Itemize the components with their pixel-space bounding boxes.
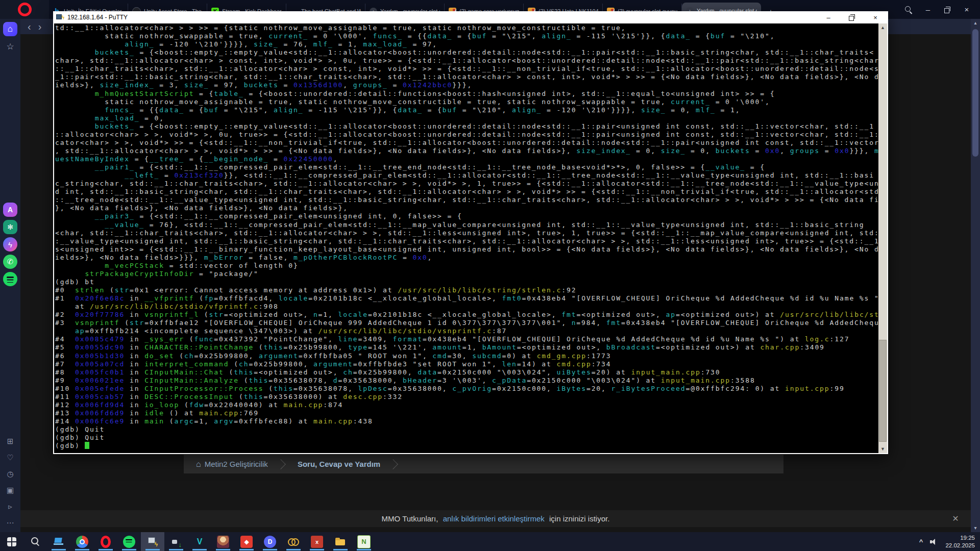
terminal-line: ::allocator<char> > >, void*> >, 0u, tru… [55,131,878,139]
discord-icon[interactable]: D [258,532,282,551]
terminal-line: (gdb) bt [55,278,878,286]
more-options-icon[interactable]: ⋯ [3,516,17,530]
red-document-icon[interactable]: x [305,532,329,551]
back-button[interactable]: ‹ [28,21,31,33]
terminal-line: max_load_ = 0, [55,114,878,122]
metin2-client-icon [217,536,229,548]
desktop: bUnity İle Eğitici OyunlarUnity Asset St… [0,0,980,551]
terminal-line: #3 vsnprintf (str=0xffbfae12 "[OVERFLOW_… [55,319,878,327]
terminal-line: <char, std::__1::char_traits<char>, std:… [55,229,878,237]
notification-text: MMO Tutkunları, anlık bildirimleri etkin… [382,514,610,523]
visual-studio-icon: V [193,536,206,548]
bookmarks-star-icon[interactable]: ☆ [3,39,17,54]
scroll-up-icon[interactable]: ▴ [971,19,980,27]
terminal-line: #6 0x005b1d30 in do_set (ch=0x25b99800, … [55,352,878,360]
file-explorer-icon [334,536,347,548]
putty-taskbar-icon [146,536,159,548]
tab-search-icon[interactable] [903,5,914,15]
breadcrumb-item-1[interactable]: ⌂Metin2 Geliştiricilik [184,455,277,473]
terminal-line: __pair1_ = {<std::__1::__compressed_pair… [55,163,878,171]
page-scrollbar[interactable]: ▴ ▾ [971,19,980,532]
winscp-icon [170,536,182,548]
extensions-icon[interactable]: ▣ [3,483,17,497]
terminal-line: at /usr/src/lib/libc/stdio/vfprintf.c:90… [55,303,878,311]
terminal-line: buckets_ = {<boost::empty_::empty_value<… [55,48,878,57]
terminal-line: #7 0x005a07cd in interpret_command (ch=0… [55,360,878,368]
home-icon[interactable]: ⌂ [3,22,17,36]
start-button[interactable] [0,532,23,551]
notification-bar: MMO Tutkunları, anlık bildirimleri etkin… [20,510,971,527]
spotify-icon[interactable] [3,272,17,286]
terminal-line: __left_ = 0x213cf320}}, <std::__1::__com… [55,171,878,180]
terminal-line: #10 0x005efede in CInputProcessor::Proce… [55,385,878,393]
aria-icon[interactable]: A [3,203,17,217]
opera-menu-button[interactable] [0,0,49,19]
terminal-line: strPackageCryptInfoDir = "package/" [55,270,878,278]
putty-maximize-button[interactable] [840,11,864,23]
opera-icon[interactable] [94,532,117,551]
metin2-client-icon[interactable] [211,532,235,551]
terminal-scroll-down-icon[interactable]: ▼ [878,445,887,453]
terminal-line: char>, std::__1::allocator<char> > const… [55,57,878,65]
window-restore-button[interactable] [942,5,952,15]
likes-heart-icon[interactable]: ♡ [3,450,17,465]
taskbar-search-icon [29,536,41,548]
spotify-taskbar-icon [123,536,135,548]
winscp-icon[interactable] [164,532,188,551]
tab-tiles-icon[interactable]: ⊞ [3,434,17,448]
terminal-line: #2 0x20f77786 in vsnprintf_l (str=<optim… [55,311,878,319]
taskbar-search-icon[interactable] [23,532,47,551]
file-explorer-icon[interactable] [329,532,352,551]
page-scrollbar-thumb[interactable] [972,29,978,157]
gold-rings-app-icon[interactable] [282,532,305,551]
terminal-scrollbar[interactable]: ▲ ▼ [878,23,887,453]
gold-rings-app-icon [287,536,300,548]
whatsapp-icon[interactable]: ✆ [3,255,17,269]
terminal-line: _1::pair<std::__1::basic_string<char, st… [55,73,878,81]
tray-expand-icon[interactable]: ^ [919,538,923,545]
terminal-scrollbar-thumb[interactable] [879,340,887,442]
terminal-line: , std::__1::allocator<char> > >, void*> … [55,147,878,155]
terminal-line: (gdb) Quit [55,434,878,442]
discord-icon: D [264,536,276,548]
terminal-line: #1 0x20f6e68c in __vfprintf (fp=0xffbfac… [55,294,878,303]
taskbar-clock[interactable]: 19:25 22.02.2025 [945,534,975,549]
terminal-line: ::__tree_node<std::__1::__value_type<uns… [55,196,878,204]
terminal-line: #5 0x0055dc90 in CHARACTER::PointChange … [55,343,878,352]
terminal-line: funcs_ = {{data_ = {buf = "\215", align_… [55,106,878,114]
notification-link[interactable]: anlık bildirimleri etkinleştirmek [443,514,545,523]
terminal-line: m_hmQuestStartScript = {table_ = {<boost… [55,90,878,98]
terminal-cursor [85,442,89,449]
laptop-app-icon[interactable] [47,532,70,551]
notification-close-icon[interactable]: ✕ [950,514,961,523]
terminal-line: static nothrow_swappable = true, current… [55,32,878,40]
terminal-scroll-up-icon[interactable]: ▲ [878,23,887,32]
putty-close-button[interactable]: × [864,11,887,23]
spotify-taskbar-icon[interactable] [117,532,141,551]
breadcrumb-item-2[interactable]: Soru, Cevap ve Yardım [284,455,389,473]
terminal-line: ::__1::char_traits<char>, std::__1::allo… [55,65,878,73]
window-close-button[interactable]: × [962,5,972,15]
putty-titlebar[interactable]: 192.168.1.64 - PuTTY – × [54,11,887,23]
terminal-line: __value_ = 76}, <std::__1::__compressed_… [55,221,878,229]
player-icon[interactable]: ▹ [3,499,17,514]
messenger-icon[interactable]: ϟ [3,237,17,252]
forward-button[interactable]: › [38,21,42,33]
red-diamond-app-icon[interactable]: ◆ [235,532,258,551]
terminal-line: static nothrow_move_assignable = true, s… [55,98,878,106]
terminal-line: #4 0x0085c479 in _sys_err (func=0x437392… [55,335,878,343]
volume-icon[interactable] [930,538,938,545]
history-icon[interactable]: ◷ [3,467,17,481]
scroll-down-icon[interactable]: ▾ [971,524,980,532]
red-diamond-app-icon: ◆ [240,536,253,548]
terminal[interactable]: td::__1::allocator<char> > > >> = {stati… [54,23,887,453]
chrome-icon[interactable] [70,532,94,551]
window-minimize-button[interactable]: – [923,5,933,15]
putty-minimize-button[interactable]: – [817,11,840,23]
terminal-output: td::__1::allocator<char> > > >> = {stati… [55,24,878,453]
clock-date: 22.02.2025 [945,542,975,549]
chatgpt-icon[interactable]: ✻ [3,220,17,234]
putty-taskbar-icon[interactable] [141,532,164,551]
visual-studio-icon[interactable]: V [188,532,211,551]
notepad-plus-icon[interactable]: N [352,532,376,551]
